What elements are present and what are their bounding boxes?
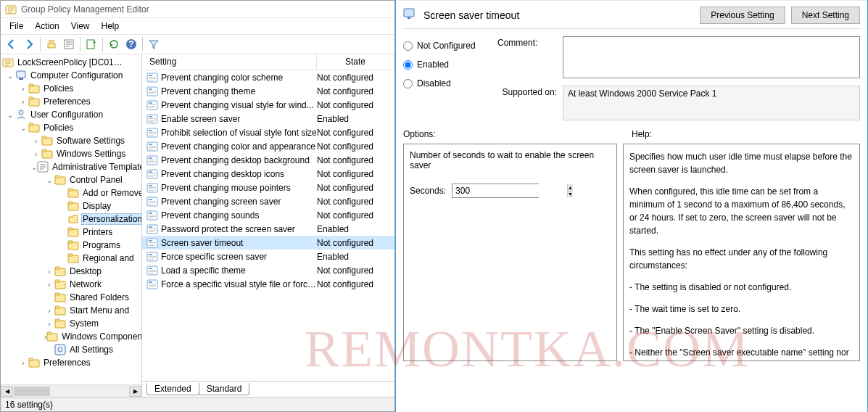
tree-preferences[interactable]: Preferences <box>42 358 92 368</box>
list-row[interactable]: Force a specific visual style file or fo… <box>142 277 394 291</box>
list-row[interactable]: Prevent changing color and appearanceNot… <box>142 139 394 153</box>
expand-icon[interactable]: › <box>44 281 54 289</box>
help-text: Specifies how much user idle time must e… <box>629 150 853 176</box>
horizontal-scrollbar[interactable]: ◀ ▶ <box>1 384 141 397</box>
scroll-thumb[interactable] <box>14 387 50 396</box>
next-setting-button[interactable]: Next Setting <box>791 7 860 24</box>
tree-software-settings[interactable]: Software Settings <box>55 136 126 146</box>
expand-icon[interactable]: ⌄ <box>31 163 37 171</box>
refresh-button[interactable] <box>106 36 122 52</box>
list-row[interactable]: Prohibit selection of visual style font … <box>142 125 394 139</box>
menu-action[interactable]: Action <box>29 20 65 33</box>
column-header-setting[interactable]: Setting <box>142 54 317 70</box>
tree-display[interactable]: Display <box>81 201 112 211</box>
list-row[interactable]: Prevent changing visual style for wind..… <box>142 98 394 112</box>
help-text: - The "Enable Screen Saver" setting is d… <box>629 324 853 337</box>
titlebar[interactable]: Group Policy Management Editor <box>1 1 394 18</box>
help-button[interactable] <box>123 36 139 52</box>
list-row[interactable]: Prevent changing color schemeNot configu… <box>142 70 394 84</box>
expand-icon[interactable]: ⌄ <box>44 176 54 184</box>
tree-control-panel[interactable]: Control Panel <box>68 175 124 185</box>
expand-icon[interactable]: ⌄ <box>5 111 15 119</box>
menu-file[interactable]: File <box>4 20 29 33</box>
tree-desktop[interactable]: Desktop <box>68 266 103 276</box>
expand-icon[interactable]: › <box>31 150 41 158</box>
list-row[interactable]: Prevent changing desktop backgroundNot c… <box>142 153 394 167</box>
tree-add-remove[interactable]: Add or Remove <box>81 188 142 198</box>
setting-icon <box>146 141 158 152</box>
tree-printers[interactable]: Printers <box>81 227 114 237</box>
list-row[interactable]: Prevent changing mouse pointersNot confi… <box>142 181 394 194</box>
scroll-left-icon[interactable]: ◀ <box>1 386 13 397</box>
folder-icon <box>41 135 53 147</box>
expand-icon[interactable]: ⌄ <box>18 124 28 132</box>
spinner-up-icon[interactable]: ▲ <box>568 184 573 191</box>
expand-icon[interactable]: › <box>31 137 41 145</box>
tab-standard[interactable]: Standard <box>199 383 250 395</box>
setting-icon <box>146 223 158 235</box>
seconds-input[interactable] <box>452 184 567 197</box>
list-body[interactable]: Prevent changing color schemeNot configu… <box>142 70 394 291</box>
maximize-button[interactable]: ☐ <box>834 0 867 1</box>
options-panel: Number of seconds to wait to enable the … <box>403 144 617 361</box>
previous-setting-button[interactable]: Previous Setting <box>700 7 785 24</box>
expand-icon[interactable]: › <box>18 359 28 367</box>
tree-network[interactable]: Network <box>68 279 103 289</box>
user-icon <box>15 109 27 120</box>
scroll-right-icon[interactable]: ▶ <box>129 386 141 397</box>
list-row[interactable]: Force specific screen saverEnabled <box>142 250 394 263</box>
column-header-state[interactable]: State <box>317 54 394 70</box>
setting-name: Force specific screen saver <box>161 252 317 262</box>
export-list-button[interactable] <box>83 36 99 52</box>
tree-regional[interactable]: Regional and <box>81 253 136 263</box>
radio-not-configured[interactable]: Not Configured <box>403 36 497 55</box>
radio-disabled[interactable]: Disabled <box>403 74 497 93</box>
tree-programs[interactable]: Programs <box>81 240 122 250</box>
tree-policies[interactable]: Policies <box>42 83 75 94</box>
tree-root[interactable]: LockScreenPolicy [DC01… <box>16 57 124 67</box>
list-row[interactable]: Enable screen saverEnabled <box>142 112 394 125</box>
up-level-button[interactable] <box>44 36 59 52</box>
seconds-spinner[interactable]: ▲ ▼ <box>452 184 539 198</box>
tree-user-config[interactable]: User Configuration <box>29 110 104 120</box>
tree-policies[interactable]: Policies <box>42 123 75 133</box>
tree-system[interactable]: System <box>68 318 100 329</box>
expand-icon[interactable]: › <box>44 320 54 328</box>
tree-admin-templates[interactable]: Administrative Templates <box>51 162 142 172</box>
expand-icon[interactable]: ⌄ <box>5 72 15 80</box>
minimize-button[interactable]: — <box>801 0 834 1</box>
folder-icon <box>67 239 79 251</box>
expand-icon[interactable]: › <box>18 85 28 93</box>
tree-all-settings[interactable]: All Settings <box>68 345 115 355</box>
expand-icon[interactable]: › <box>44 268 54 276</box>
comment-input[interactable] <box>563 36 860 78</box>
radio-enabled[interactable]: Enabled <box>403 55 497 74</box>
tree-windows-settings[interactable]: Windows Settings <box>55 149 127 159</box>
setting-icon <box>146 237 158 249</box>
list-row[interactable]: Prevent changing desktop iconsNot config… <box>142 167 394 181</box>
expand-icon[interactable]: › <box>18 98 28 106</box>
tree-pane[interactable]: LockScreenPolicy [DC01… ⌄ Computer Confi… <box>1 54 142 397</box>
tree-computer-config[interactable]: Computer Configuration <box>29 70 124 81</box>
tree-windows-components[interactable]: Windows Components <box>60 331 142 342</box>
forward-button[interactable] <box>21 36 37 52</box>
filter-button[interactable] <box>146 36 162 52</box>
list-row[interactable]: Prevent changing themeNot configured <box>142 84 394 98</box>
back-button[interactable] <box>4 36 20 52</box>
list-row[interactable]: Screen saver timeoutNot configured <box>142 236 394 250</box>
menu-view[interactable]: View <box>65 20 96 33</box>
list-row[interactable]: Prevent changing soundsNot configured <box>142 208 394 222</box>
spinner-down-icon[interactable]: ▼ <box>568 191 573 198</box>
tree-personalization[interactable]: Personalization <box>81 213 142 225</box>
list-row[interactable]: Prevent changing screen saverNot configu… <box>142 194 394 208</box>
tree-start-menu[interactable]: Start Menu and <box>68 305 131 316</box>
list-row[interactable]: Password protect the screen saverEnabled <box>142 222 394 236</box>
list-row[interactable]: Load a specific themeNot configured <box>142 263 394 277</box>
show-hide-tree-button[interactable] <box>61 36 77 52</box>
expand-icon[interactable]: › <box>44 307 54 315</box>
tree-preferences[interactable]: Preferences <box>42 96 92 107</box>
setting-icon <box>146 279 158 290</box>
tab-extended[interactable]: Extended <box>146 383 199 395</box>
tree-shared-folders[interactable]: Shared Folders <box>68 292 131 302</box>
menu-help[interactable]: Help <box>96 20 125 33</box>
